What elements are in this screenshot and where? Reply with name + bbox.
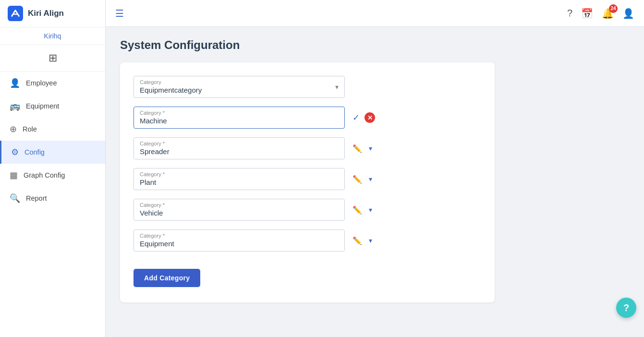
page-content: System Configuration Category Category * (106, 27, 644, 337)
equipment-icon: 🚌 (10, 101, 20, 111)
apps-button[interactable]: ⊞ (0, 45, 105, 72)
category-row-spreader: Category * ✏️ ▾ (134, 137, 481, 159)
report-icon: 🔍 (10, 193, 20, 204)
spreader-row-actions: ✏️ ▾ (351, 142, 374, 155)
sidebar-item-config[interactable]: ⚙ Config (0, 141, 105, 164)
sidebar-item-label-graph-config: Graph Config (24, 171, 65, 179)
plant-edit-button[interactable]: ✏️ (351, 173, 364, 186)
category-vehicle-field[interactable]: Category * (134, 199, 345, 221)
svg-rect-0 (8, 6, 23, 21)
sidebar-item-report[interactable]: 🔍 Report (0, 187, 105, 210)
spreader-dropdown-button[interactable]: ▾ (367, 143, 374, 154)
brand-area: Kiri Align (0, 0, 105, 27)
category-spreader-field[interactable]: Category * (134, 137, 345, 159)
topbar-left: ☰ (115, 8, 124, 19)
category-plant-input[interactable] (140, 178, 339, 186)
plant-field-wrapper: Category * ✏️ ▾ (134, 168, 481, 190)
category-row-vehicle: Category * ✏️ ▾ (134, 199, 481, 221)
notification-bell-button[interactable]: 🔔 24 (602, 8, 614, 19)
sidebar-item-equipment[interactable]: 🚌 Equipment (0, 95, 105, 118)
category-row-equipment: Category * ✏️ ▾ (134, 229, 481, 252)
brand-logo-icon (8, 6, 23, 21)
category-row-machine: Category * ✓ ✕ (134, 107, 481, 129)
page-title: System Configuration (120, 38, 630, 52)
sidebar-item-label-config: Config (24, 148, 45, 156)
category-row-plant: Category * ✏️ ▾ (134, 168, 481, 190)
menu-toggle-button[interactable]: ☰ (115, 8, 124, 19)
machine-cancel-icon: ✕ (367, 114, 373, 121)
help-fab-button[interactable]: ? (616, 298, 636, 318)
brand-name: Kiri Align (28, 9, 64, 18)
equipment-row-actions: ✏️ ▾ (351, 234, 374, 247)
graph-config-icon: ▦ (10, 170, 18, 181)
category-dropdown-row: Category (134, 76, 481, 98)
category-dropdown-field[interactable]: Category (134, 76, 345, 98)
vehicle-field-wrapper: Category * ✏️ ▾ (134, 199, 481, 221)
category-equipment-field[interactable]: Category * (134, 229, 345, 252)
machine-row-actions: ✓ ✕ (351, 110, 375, 125)
category-plant-field[interactable]: Category * (134, 168, 345, 190)
machine-field-wrapper: Category * ✓ ✕ (134, 107, 481, 129)
sidebar-item-label-report: Report (26, 194, 47, 202)
notification-badge: 24 (609, 4, 618, 13)
equipment-field-wrapper: Category * ✏️ ▾ (134, 229, 481, 252)
category-spreader-label: Category * (140, 141, 339, 146)
main-area: ☰ ? 📅 🔔 24 👤 System Configuration Catego… (106, 0, 644, 337)
vehicle-row-actions: ✏️ ▾ (351, 204, 374, 217)
topbar-right: ? 📅 🔔 24 👤 (567, 8, 634, 19)
org-name: Kirihq (0, 27, 105, 45)
sidebar-item-graph-config[interactable]: ▦ Graph Config (0, 164, 105, 187)
role-icon: ⊕ (10, 124, 17, 134)
category-dropdown-input[interactable] (140, 86, 339, 94)
equipment-edit-button[interactable]: ✏️ (351, 234, 364, 247)
category-machine-field[interactable]: Category * (134, 107, 345, 129)
machine-cancel-button[interactable]: ✕ (365, 112, 375, 123)
calendar-icon-button[interactable]: 📅 (581, 8, 593, 19)
equipment-dropdown-button[interactable]: ▾ (367, 235, 374, 246)
apps-grid-icon: ⊞ (49, 52, 57, 64)
category-plant-label: Category * (140, 171, 339, 177)
vehicle-dropdown-button[interactable]: ▾ (367, 204, 374, 216)
config-card: Category Category * ✓ ✕ (120, 62, 495, 302)
category-dropdown-label: Category (140, 79, 339, 85)
spreader-field-wrapper: Category * ✏️ ▾ (134, 137, 481, 159)
help-icon-button[interactable]: ? (567, 8, 572, 19)
category-equipment-input[interactable] (140, 240, 339, 248)
category-spreader-input[interactable] (140, 147, 339, 156)
sidebar: Kiri Align Kirihq ⊞ 👤 Employee 🚌 Equipme… (0, 0, 106, 337)
category-vehicle-label: Category * (140, 202, 339, 208)
sidebar-item-label-employee: Employee (26, 79, 57, 87)
sidebar-item-label-role: Role (23, 125, 37, 133)
spreader-edit-button[interactable]: ✏️ (351, 142, 364, 155)
plant-dropdown-button[interactable]: ▾ (367, 173, 374, 185)
sidebar-item-role[interactable]: ⊕ Role (0, 118, 105, 141)
category-vehicle-input[interactable] (140, 209, 339, 217)
config-icon: ⚙ (11, 147, 19, 157)
machine-confirm-button[interactable]: ✓ (351, 110, 362, 125)
sidebar-item-label-equipment: Equipment (26, 102, 59, 110)
topbar: ☰ ? 📅 🔔 24 👤 (106, 0, 644, 27)
employee-icon: 👤 (10, 78, 20, 88)
category-machine-input[interactable] (140, 117, 339, 125)
sidebar-item-employee[interactable]: 👤 Employee (0, 72, 105, 95)
plant-row-actions: ✏️ ▾ (351, 173, 374, 186)
user-profile-button[interactable]: 👤 (622, 8, 634, 19)
sidebar-nav: 👤 Employee 🚌 Equipment ⊕ Role ⚙ Config ▦… (0, 72, 105, 337)
category-machine-label: Category * (140, 110, 339, 116)
category-equipment-label: Category * (140, 233, 339, 239)
add-category-button[interactable]: Add Category (134, 269, 200, 287)
vehicle-edit-button[interactable]: ✏️ (351, 204, 364, 217)
